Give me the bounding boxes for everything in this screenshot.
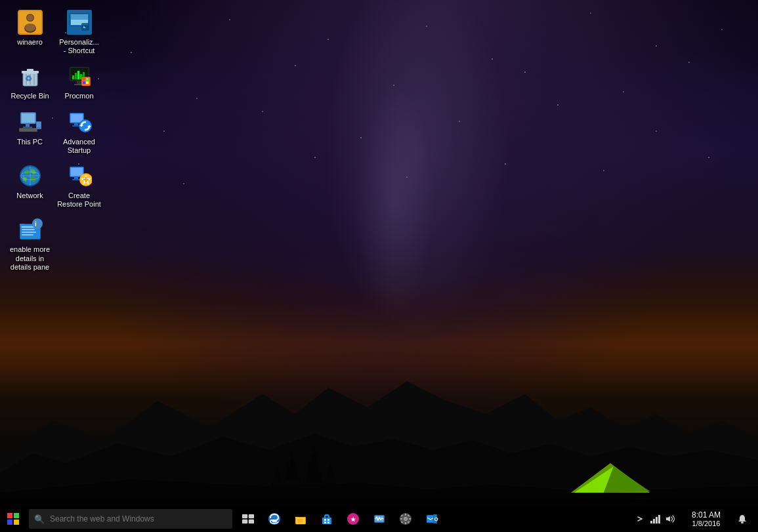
svg-rect-89 [249, 514, 254, 518]
desktop-icon-winaero[interactable]: winaero [5, 5, 54, 59]
desktop-icons: winaero [0, 0, 109, 281]
desktop-icon-personalization[interactable]: Personaliz... - Shortcut [54, 5, 104, 59]
svg-rect-130 [666, 518, 667, 520]
network-tray-icon[interactable] [649, 512, 662, 525]
svg-rect-44 [26, 124, 30, 127]
svg-rect-103 [324, 522, 326, 523]
svg-rect-84 [7, 513, 12, 518]
svg-point-131 [741, 522, 744, 523]
desktop-icon-enable-details[interactable]: i enable more details in details pane [5, 213, 54, 276]
recycle-bin-label: Recycle Bin [11, 92, 49, 100]
network-label: Network [16, 192, 43, 200]
svg-rect-87 [14, 520, 19, 525]
svg-rect-128 [656, 517, 658, 523]
file-explorer-button[interactable] [287, 506, 314, 532]
svg-rect-122 [427, 516, 434, 522]
desktop-icon-advanced-startup[interactable]: Advanced Startup [54, 105, 104, 159]
personalization-label: Personaliz... - Shortcut [57, 38, 101, 55]
svg-rect-14 [77, 26, 82, 29]
create-restore-icon [66, 163, 93, 189]
svg-text:O: O [434, 516, 438, 522]
svg-rect-114 [405, 522, 406, 524]
enable-details-icon: i [17, 216, 43, 243]
desktop-icon-recycle-bin[interactable]: ♻ Recycle Bin [5, 59, 54, 104]
svg-rect-116 [409, 518, 411, 520]
system-tray [628, 512, 683, 525]
svg-point-112 [404, 518, 407, 520]
svg-rect-29 [75, 73, 77, 79]
svg-rect-79 [22, 232, 36, 233]
app8-button[interactable]: O [419, 506, 445, 532]
svg-rect-43 [22, 113, 35, 123]
svg-rect-67 [71, 168, 83, 176]
svg-rect-127 [653, 519, 655, 523]
procmon-label: Procmon [64, 92, 93, 100]
icon-row-0: winaero [5, 5, 104, 59]
svg-rect-129 [658, 515, 660, 523]
svg-point-7 [27, 14, 33, 21]
procmon-icon [66, 63, 93, 89]
desktop-icon-procmon[interactable]: Procmon [54, 59, 104, 104]
search-input[interactable] [29, 509, 232, 529]
clock-area[interactable]: 8:01 AM 1/8/2016 [683, 506, 729, 532]
network-icon [17, 163, 43, 189]
svg-rect-45 [23, 127, 32, 128]
svg-rect-28 [72, 75, 74, 79]
icon-row-4: i enable more details in details pane [5, 213, 104, 276]
this-pc-label: This PC [17, 138, 43, 146]
clock-time: 8:01 AM [692, 510, 721, 520]
svg-rect-16 [81, 23, 89, 31]
svg-point-0 [85, 407, 545, 506]
desktop: winaero [0, 0, 758, 506]
svg-rect-13 [71, 14, 88, 20]
advanced-startup-label: Advanced Startup [57, 138, 101, 155]
svg-point-8 [25, 24, 35, 31]
edge-button[interactable] [261, 506, 287, 532]
personalization-icon [66, 9, 93, 35]
svg-text:i: i [35, 220, 37, 228]
winaero-icon [17, 9, 43, 35]
svg-rect-101 [324, 519, 326, 521]
svg-rect-40 [86, 81, 89, 84]
volume-tray-icon[interactable] [665, 512, 678, 525]
svg-rect-80 [22, 234, 33, 235]
svg-point-82 [32, 218, 43, 229]
desktop-icon-create-restore[interactable]: Create Restore Point [54, 159, 104, 213]
app5-button[interactable]: ★ [340, 506, 366, 532]
advanced-startup-icon [66, 109, 93, 135]
svg-rect-88 [242, 514, 247, 518]
settings-button[interactable] [392, 506, 419, 532]
clock-date: 1/8/2016 [692, 520, 721, 527]
svg-rect-126 [650, 521, 652, 523]
svg-rect-68 [74, 177, 78, 179]
background-landscape [0, 342, 758, 506]
taskbar-right: 8:01 AM 1/8/2016 [628, 506, 758, 532]
app6-button[interactable] [366, 506, 392, 532]
svg-rect-20 [27, 69, 33, 72]
desktop-icon-network[interactable]: Network [5, 159, 54, 213]
desktop-icon-this-pc[interactable]: This PC [5, 105, 54, 159]
notification-button[interactable] [729, 506, 755, 532]
svg-rect-69 [72, 179, 80, 180]
search-wrapper: 🔍 [29, 509, 232, 529]
start-button[interactable] [0, 506, 26, 532]
svg-rect-49 [37, 122, 41, 127]
svg-rect-53 [74, 123, 78, 125]
create-restore-label: Create Restore Point [57, 192, 101, 209]
svg-text:★: ★ [350, 516, 356, 523]
svg-rect-85 [14, 513, 19, 518]
svg-rect-102 [327, 519, 329, 521]
svg-rect-90 [242, 520, 247, 523]
svg-rect-104 [327, 522, 329, 523]
show-hidden-icons-button[interactable] [633, 512, 646, 525]
recycle-bin-icon: ♻ [17, 63, 43, 89]
this-pc-icon [17, 109, 43, 135]
store-button[interactable] [314, 506, 340, 532]
svg-rect-30 [77, 71, 79, 79]
svg-point-1 [558, 470, 663, 506]
winaero-label: winaero [17, 38, 43, 47]
icon-row-3: Network [5, 159, 104, 213]
svg-rect-38 [86, 78, 89, 81]
svg-rect-78 [22, 229, 35, 230]
task-view-button[interactable] [235, 506, 261, 532]
